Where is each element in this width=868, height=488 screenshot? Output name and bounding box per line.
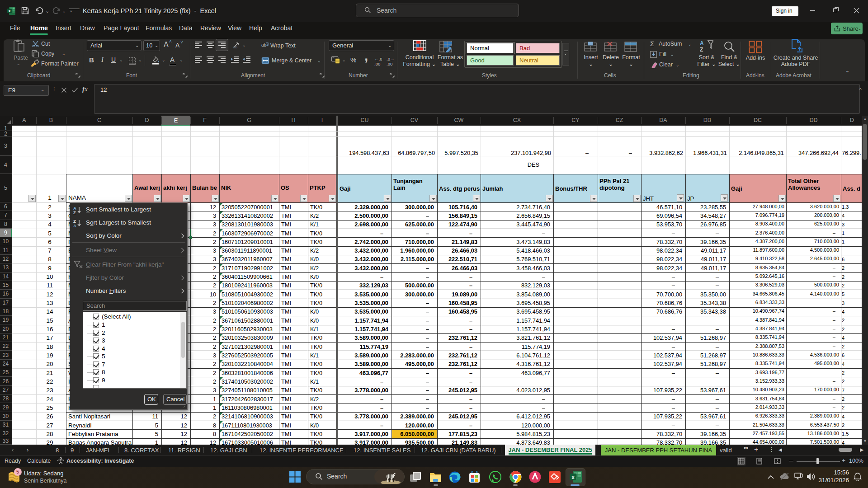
svg-text:ab: ab bbox=[233, 45, 237, 49]
svg-text:ab: ab bbox=[261, 42, 267, 47]
svg-text:A: A bbox=[700, 40, 704, 47]
svg-text:x: x bbox=[571, 474, 575, 480]
svg-text:Z: Z bbox=[73, 210, 76, 214]
svg-text:A: A bbox=[73, 223, 76, 227]
svg-text:x: x bbox=[8, 9, 10, 13]
svg-text:Z: Z bbox=[700, 47, 703, 52]
